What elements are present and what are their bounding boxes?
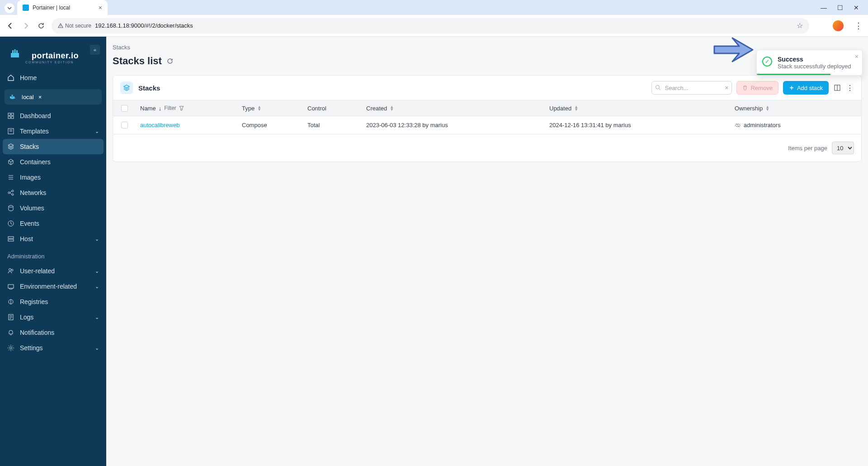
main-content: Stacks Stacks list Stacks: [106, 37, 868, 466]
svg-point-16: [12, 190, 14, 192]
column-header-updated[interactable]: Updated ▲▼: [545, 105, 730, 112]
close-environment-button[interactable]: ×: [38, 94, 42, 100]
svg-rect-2: [11, 53, 19, 57]
sidebar-item-dashboard[interactable]: Dashboard: [0, 108, 106, 124]
panel-header: Stacks × Remove Add: [113, 76, 861, 100]
sidebar-item-label: Containers: [20, 158, 51, 166]
select-all-checkbox[interactable]: [113, 105, 136, 112]
svg-rect-8: [13, 96, 14, 98]
row-checkbox[interactable]: [113, 122, 136, 128]
sidebar-item-events[interactable]: Events: [0, 216, 106, 231]
sidebar: portainer.io COMMUNITY EDITION « Home lo…: [0, 37, 106, 466]
svg-rect-13: [11, 116, 14, 119]
items-per-page-label: Items per page: [788, 145, 827, 152]
close-icon[interactable]: ×: [99, 4, 102, 11]
profile-avatar[interactable]: [833, 20, 844, 31]
toast-title: Success: [778, 56, 856, 63]
security-indicator[interactable]: Not secure: [58, 23, 91, 29]
search-icon: [655, 85, 661, 90]
svg-point-18: [9, 205, 13, 207]
table-menu-button[interactable]: ⋮: [846, 84, 854, 92]
forward-button[interactable]: [21, 21, 31, 31]
add-button-label: Add stack: [797, 85, 823, 91]
sidebar-item-home[interactable]: Home: [0, 70, 106, 86]
clear-search-button[interactable]: ×: [725, 84, 728, 91]
chevron-down-icon: ⌄: [95, 345, 99, 351]
maximize-button[interactable]: ☐: [836, 4, 844, 11]
sidebar-item-label: Environment-related: [20, 283, 77, 290]
sidebar-item-registries[interactable]: Registries: [0, 294, 106, 309]
brand-name: portainer.io: [25, 45, 85, 61]
sidebar-item-networks[interactable]: Networks: [0, 185, 106, 200]
items-per-page-select[interactable]: 10: [832, 142, 854, 154]
remove-button-label: Remove: [750, 85, 772, 91]
columns-toggle-button[interactable]: [833, 84, 841, 92]
filter-label[interactable]: Filter: [164, 105, 176, 111]
sort-icon: ▲▼: [257, 105, 261, 111]
tab-search-button[interactable]: [5, 3, 14, 13]
search-input[interactable]: [651, 81, 732, 95]
docker-icon: [9, 93, 17, 101]
chevron-down-icon: ⌄: [95, 236, 99, 242]
sidebar-item-stacks[interactable]: Stacks: [3, 139, 104, 154]
browser-tab[interactable]: Portainer | local ×: [17, 0, 108, 15]
add-stack-button[interactable]: Add stack: [783, 81, 829, 95]
stack-name-link[interactable]: autocalibreweb: [140, 122, 179, 128]
svg-rect-20: [8, 237, 14, 238]
address-bar[interactable]: Not secure 192.168.1.18:9000/#!/2/docker…: [52, 18, 809, 33]
stacks-panel: Stacks × Remove Add: [113, 75, 862, 162]
table-header-row: Name ↓ Filter Type ▲▼ Control Created ▲▼: [113, 100, 861, 116]
svg-rect-5: [16, 50, 18, 53]
sort-icon: ▲▼: [765, 105, 769, 111]
restricted-icon: [735, 122, 741, 128]
table-row: autocalibreweb Compose Total 2023-06-03 …: [113, 116, 861, 134]
column-header-type[interactable]: Type ▲▼: [237, 105, 303, 112]
column-header-ownership[interactable]: Ownership ▲▼: [730, 105, 861, 112]
remove-button[interactable]: Remove: [736, 81, 778, 95]
logs-icon: [7, 314, 14, 321]
sort-desc-icon: ↓: [159, 105, 162, 112]
chevron-down-icon: ⌄: [95, 268, 99, 274]
reload-button[interactable]: [36, 21, 46, 31]
url-text: 192.168.1.18:9000/#!/2/docker/stacks: [95, 22, 193, 29]
sidebar-item-notifications[interactable]: Notifications: [0, 325, 106, 340]
sidebar-item-host[interactable]: Host ⌄: [0, 231, 106, 247]
svg-rect-7: [12, 96, 13, 98]
sidebar-item-label: Networks: [20, 189, 46, 196]
sidebar-item-settings[interactable]: Settings ⌄: [0, 340, 106, 356]
window-controls: — ☐ ✕: [820, 4, 868, 15]
cell-control: Total: [303, 122, 362, 128]
stacks-icon: [7, 143, 14, 150]
sidebar-item-logs[interactable]: Logs ⌄: [0, 309, 106, 325]
bookmark-star-icon[interactable]: ☆: [797, 21, 803, 30]
browser-menu-button[interactable]: ⋮: [854, 21, 863, 31]
sidebar-item-volumes[interactable]: Volumes: [0, 200, 106, 216]
minimize-button[interactable]: —: [820, 4, 827, 11]
chevron-down-icon: ⌄: [95, 314, 99, 320]
column-header-created[interactable]: Created ▲▼: [362, 105, 545, 112]
column-header-name[interactable]: Name ↓ Filter: [136, 105, 237, 112]
back-button[interactable]: [5, 21, 15, 31]
sidebar-item-templates[interactable]: Templates ⌄: [0, 124, 106, 139]
networks-icon: [7, 189, 14, 196]
funnel-icon: [179, 106, 184, 111]
close-toast-button[interactable]: ×: [855, 53, 859, 60]
close-window-button[interactable]: ✕: [853, 4, 860, 11]
column-header-control[interactable]: Control: [303, 105, 362, 112]
tab-title: Portainer | local: [33, 5, 70, 11]
environment-selector[interactable]: local ×: [5, 89, 102, 105]
collapse-sidebar-button[interactable]: «: [90, 45, 100, 55]
svg-point-27: [656, 86, 660, 89]
sidebar-item-containers[interactable]: Containers: [0, 154, 106, 170]
sidebar-section-admin: Administration: [0, 247, 106, 263]
browser-tab-strip: Portainer | local × — ☐ ✕: [0, 0, 868, 15]
sidebar-item-user-related[interactable]: User-related ⌄: [0, 263, 106, 279]
host-icon: [7, 235, 14, 243]
dashboard-icon: [7, 112, 14, 119]
warning-icon: [58, 23, 63, 29]
users-icon: [7, 267, 14, 275]
sidebar-item-images[interactable]: Images: [0, 170, 106, 185]
refresh-icon[interactable]: [166, 57, 174, 65]
sidebar-item-environment-related[interactable]: Environment-related ⌄: [0, 279, 106, 294]
svg-point-15: [8, 192, 10, 194]
